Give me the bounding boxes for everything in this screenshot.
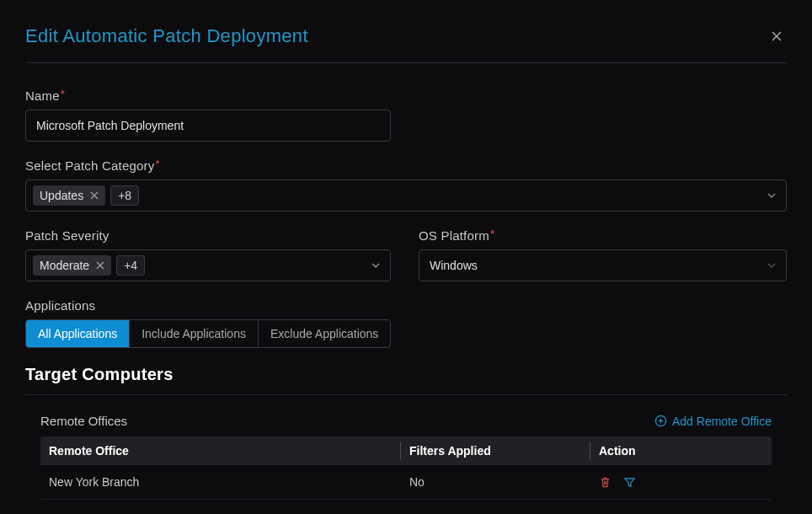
remote-offices-table: Remote Office Filters Applied Action New… [40, 436, 772, 500]
required-star: * [490, 228, 494, 240]
modal-title: Edit Automatic Patch Deployment [25, 25, 308, 47]
close-button[interactable] [767, 26, 787, 46]
platform-label: OS Platform* [419, 228, 787, 243]
required-star: * [61, 88, 65, 100]
tag-label: Updates [40, 189, 83, 202]
category-group: Select Patch Category* Updates +8 [25, 158, 787, 211]
tab-all-applications[interactable]: All Applications [26, 320, 130, 347]
severity-more-badge[interactable]: +4 [116, 255, 145, 276]
trash-icon [599, 476, 612, 489]
remote-offices-header: Remote Offices Add Remote Office [40, 414, 772, 428]
th-action: Action [590, 436, 772, 465]
remote-offices-title: Remote Offices [40, 414, 127, 428]
plus-circle-icon [654, 415, 667, 427]
platform-group: OS Platform* Windows [419, 228, 787, 281]
filter-button[interactable] [623, 476, 636, 489]
platform-value: Windows [430, 259, 478, 272]
chevron-down-icon [766, 190, 777, 201]
cell-office: New York Branch [40, 465, 401, 499]
table-header: Remote Office Filters Applied Action [40, 436, 772, 465]
severity-label: Patch Severity [25, 228, 393, 243]
edit-deployment-modal: Edit Automatic Patch Deployment Name* Se… [0, 0, 812, 514]
close-icon [770, 29, 783, 43]
category-label: Select Patch Category* [25, 158, 787, 173]
name-group: Name* [25, 88, 391, 142]
name-input[interactable] [25, 110, 391, 142]
modal-header: Edit Automatic Patch Deployment [25, 25, 787, 63]
remote-offices-section: Remote Offices Add Remote Office Remote … [25, 414, 787, 500]
category-select[interactable]: Updates +8 [25, 179, 787, 211]
th-filters-applied: Filters Applied [401, 436, 590, 465]
table-row: New York Branch No [40, 465, 772, 500]
severity-tag: Moderate [33, 255, 111, 276]
severity-select[interactable]: Moderate +4 [25, 249, 391, 281]
required-star: * [155, 158, 159, 170]
target-computers-title: Target Computers [25, 365, 787, 395]
applications-label: Applications [25, 298, 391, 313]
platform-select[interactable]: Windows [419, 249, 787, 281]
tab-exclude-applications[interactable]: Exclude Applications [259, 320, 390, 347]
chevron-down-icon [370, 260, 382, 271]
applications-group: Applications All Applications Include Ap… [25, 298, 391, 348]
name-label: Name* [25, 88, 391, 103]
category-tag: Updates [33, 185, 105, 206]
add-remote-office-button[interactable]: Add Remote Office [654, 415, 772, 428]
severity-group: Patch Severity Moderate +4 [25, 228, 393, 281]
cell-actions [590, 465, 772, 499]
tag-remove-button[interactable] [96, 261, 104, 270]
chevron-down-icon [766, 260, 777, 271]
delete-button[interactable] [599, 476, 612, 489]
close-icon [96, 261, 104, 270]
form-body: Name* Select Patch Category* Updates [25, 63, 787, 500]
tag-remove-button[interactable] [90, 191, 99, 200]
th-remote-office: Remote Office [40, 436, 401, 465]
applications-tabs: All Applications Include Applications Ex… [25, 319, 391, 348]
category-more-badge[interactable]: +8 [110, 185, 139, 206]
tab-include-applications[interactable]: Include Applications [130, 320, 259, 347]
filter-icon [623, 476, 636, 489]
tag-label: Moderate [40, 259, 89, 272]
close-icon [90, 191, 99, 200]
cell-filters: No [401, 465, 590, 499]
